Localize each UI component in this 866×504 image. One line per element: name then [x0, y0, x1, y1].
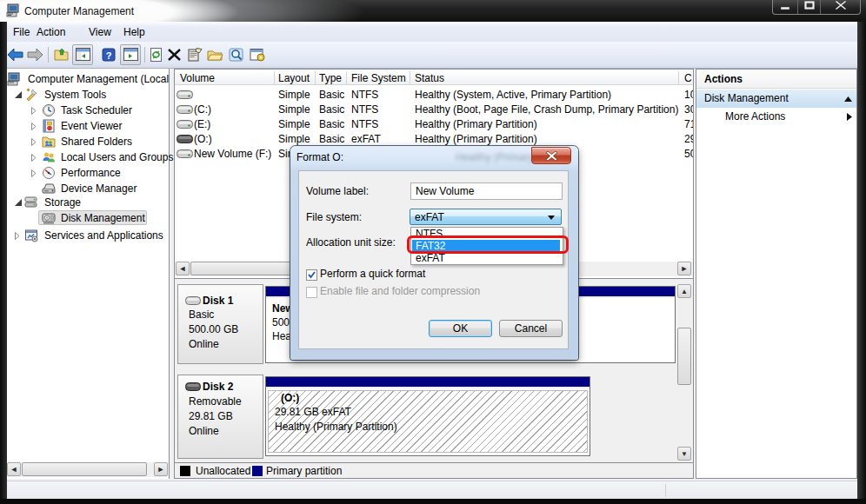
- svg-text:?: ?: [106, 50, 112, 61]
